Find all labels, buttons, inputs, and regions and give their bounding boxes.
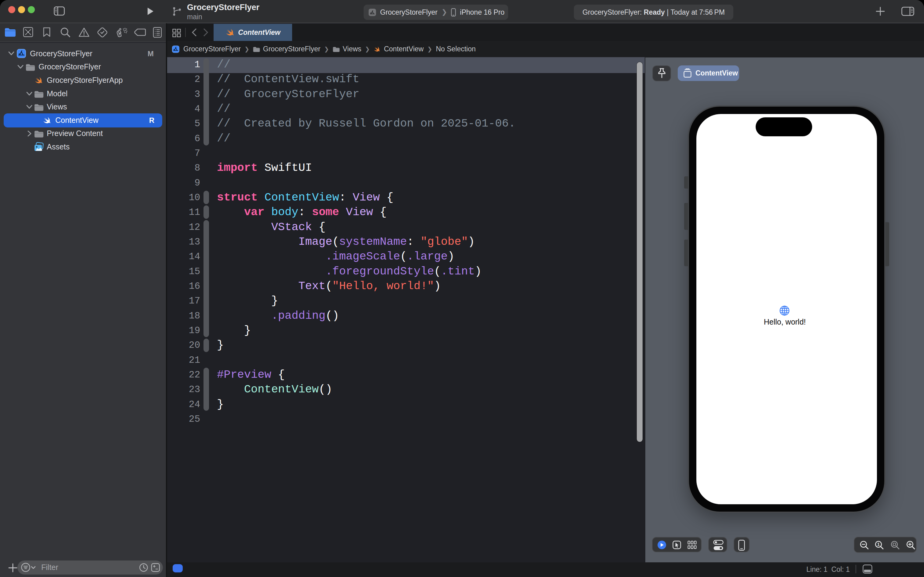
svg-text:1: 1 bbox=[877, 542, 880, 547]
